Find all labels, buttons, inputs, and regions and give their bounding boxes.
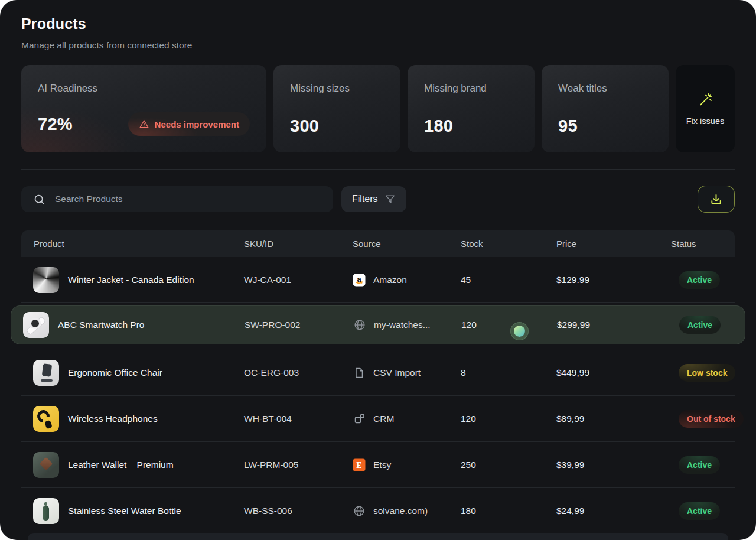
needs-improvement-badge: Needs improvement (128, 112, 250, 136)
table-row[interactable]: Leather Wallet – Premium LW-PRM-005 E Et… (21, 442, 735, 488)
toolbar: Filters (21, 186, 735, 213)
price-value: $39,99 (556, 460, 650, 470)
product-sku: WJ-CA-001 (244, 275, 353, 285)
product-sku: SW-PRO-002 (245, 320, 353, 330)
page-subtitle: Manage all products from connected store (21, 40, 735, 51)
stock-value: 180 (461, 506, 556, 516)
svg-text:E: E (356, 460, 361, 469)
warning-icon (139, 119, 149, 129)
stat-value: 72% (38, 115, 73, 134)
status-badge: Active (679, 271, 720, 289)
file-icon (353, 366, 366, 379)
export-button[interactable] (698, 186, 735, 213)
column-header-source: Source (353, 239, 461, 249)
product-thumbnail (33, 360, 59, 386)
column-header-sku: SKU/ID (244, 239, 353, 249)
status-badge: Out of stock (679, 410, 744, 428)
stock-value: 120 (461, 414, 556, 424)
product-thumbnail (33, 267, 59, 293)
table-row[interactable]: Stainless Steel Water Bottle WB-SS-006 s… (21, 488, 735, 534)
stat-value: 180 (424, 116, 453, 136)
product-thumbnail (33, 452, 59, 478)
page-title: Products (21, 15, 735, 32)
source-name: my-watches... (374, 320, 431, 330)
filters-label: Filters (352, 194, 378, 204)
stat-value: 95 (558, 116, 578, 136)
stock-value: 45 (461, 275, 556, 285)
stat-card-missing-brand: Missing brand 180 (408, 65, 535, 152)
table-header: Product SKU/ID Source Stock Price Status (21, 230, 735, 257)
stat-label: AI Readiness (38, 83, 250, 95)
fix-issues-label: Fix issues (686, 116, 724, 126)
product-thumbnail (33, 406, 59, 432)
product-thumbnail (33, 498, 59, 524)
price-value: $299,99 (557, 320, 650, 330)
filters-button[interactable]: Filters (341, 186, 406, 212)
source-name: CSV Import (373, 367, 421, 378)
stat-card-ai-readiness: AI Readiness 72% Needs improvement (21, 65, 266, 152)
status-badge: Active (679, 502, 720, 520)
product-name: ABC Smartwatch Pro (58, 320, 144, 330)
table-row[interactable]: Wireless Headphones WH-BT-004 CRM 120 $8… (21, 396, 735, 442)
etsy-icon: E (353, 458, 366, 471)
stock-value: 250 (461, 460, 556, 470)
product-sku: WH-BT-004 (244, 414, 353, 424)
source-name: Etsy (373, 460, 391, 470)
grid-icon (353, 412, 366, 425)
column-header-stock: Stock (461, 239, 556, 249)
price-value: $89,99 (556, 414, 650, 424)
product-sku: OC-ERG-003 (244, 367, 353, 378)
amazon-icon: a (353, 274, 366, 287)
stat-label: Weak titles (558, 83, 652, 95)
stat-label: Missing sizes (290, 83, 384, 95)
filter-funnel-icon (384, 194, 396, 205)
table-row[interactable]: Ergonomic Office Chair OC-ERG-003 CSV Im… (21, 350, 735, 396)
products-table: Product SKU/ID Source Stock Price Status… (21, 230, 735, 534)
price-value: $24,99 (556, 506, 650, 516)
needs-improvement-label: Needs improvement (155, 119, 239, 129)
stock-value: 120 (461, 320, 557, 330)
source-name: CRM (373, 414, 394, 424)
products-page: Products Manage all products from connec… (0, 0, 756, 540)
product-sku: LW-PRM-005 (244, 460, 353, 470)
stat-label: Missing brand (424, 83, 518, 95)
product-name: Leather Wallet – Premium (68, 460, 174, 470)
table-row[interactable]: Winter Jacket - Canada Edition WJ-CA-001… (21, 257, 735, 303)
globe-icon (353, 318, 366, 331)
stats-row: AI Readiness 72% Needs improvement Missi… (21, 65, 735, 152)
source-name: solvane.com) (373, 506, 428, 516)
page-header: Products Manage all products from connec… (0, 0, 756, 51)
table-body: Winter Jacket - Canada Edition WJ-CA-001… (21, 257, 735, 534)
globe-icon (353, 505, 366, 518)
price-value: $449,99 (556, 367, 650, 378)
cursor-indicator (510, 322, 529, 340)
fix-issues-button[interactable]: Fix issues (676, 65, 735, 152)
status-badge: Active (679, 316, 721, 334)
section-divider (21, 169, 735, 170)
product-name: Winter Jacket - Canada Edition (68, 275, 194, 285)
product-name: Wireless Headphones (68, 414, 158, 424)
product-name: Stainless Steel Water Bottle (68, 506, 181, 516)
search-box[interactable] (21, 186, 333, 212)
status-badge: Low stock (679, 364, 735, 382)
product-name: Ergonomic Office Chair (68, 367, 162, 378)
table-row-highlighted[interactable]: ABC Smartwatch Pro SW-PRO-002 my-watches… (11, 305, 745, 344)
stat-card-missing-sizes: Missing sizes 300 (273, 65, 400, 152)
status-badge: Active (679, 456, 720, 474)
search-input[interactable] (54, 193, 321, 205)
magic-wand-icon (698, 92, 713, 108)
stat-card-weak-titles: Weak titles 95 (542, 65, 669, 152)
product-sku: WB-SS-006 (244, 506, 353, 516)
download-icon (709, 193, 723, 206)
column-header-product: Product (21, 239, 244, 249)
stat-value: 300 (290, 116, 319, 136)
price-value: $129.99 (556, 275, 650, 285)
search-icon (33, 193, 45, 206)
stock-value: 8 (461, 367, 556, 378)
source-name: Amazon (373, 275, 407, 285)
column-header-price: Price (556, 239, 650, 249)
column-header-status: Status (650, 239, 735, 249)
product-thumbnail (23, 312, 49, 338)
next-row-partial (28, 533, 728, 540)
